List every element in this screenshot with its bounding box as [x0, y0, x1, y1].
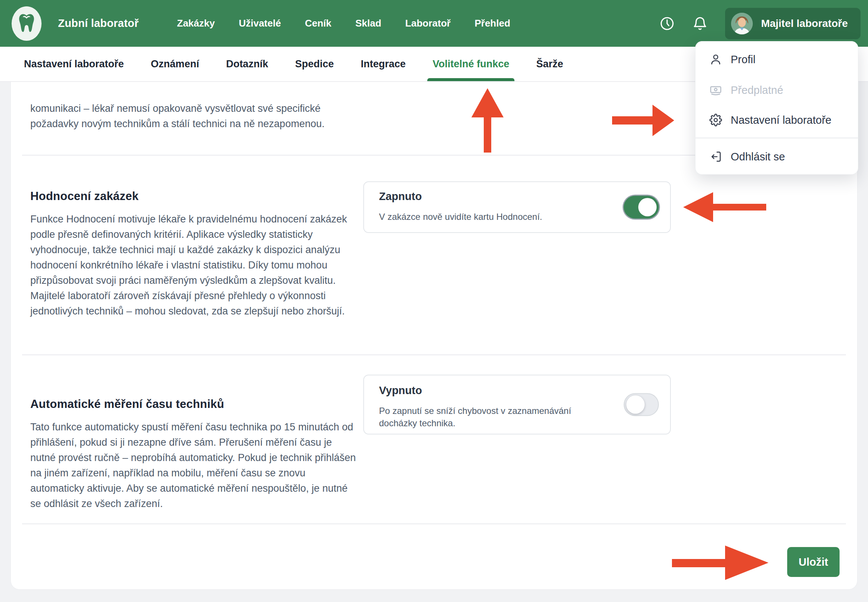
mereni-casu-toggle-off[interactable] — [624, 393, 659, 416]
feature-card-mereni-casu: Vypnuto Po zapnutí se sníží chybovost v … — [363, 375, 671, 435]
avatar — [731, 13, 753, 34]
menu-item-label: Odhlásit se — [731, 150, 785, 163]
nav-cenik[interactable]: Ceník — [305, 18, 331, 29]
tooth-logo[interactable] — [12, 6, 42, 41]
banknote-icon — [709, 83, 722, 97]
menu-item-label: Nastavení laboratoře — [731, 114, 831, 126]
user-menu-button[interactable]: Majitel laboratoře — [725, 8, 860, 39]
feature-state-label: Zapnuto — [379, 190, 422, 203]
logout-icon — [709, 150, 722, 163]
user-dropdown-menu: Profil Předplatné Nastavení laboratoře — [695, 41, 858, 175]
feature-card-hodnoceni: Zapnuto V zakázce nově uvidíte kartu Hod… — [363, 181, 671, 233]
user-icon — [709, 53, 722, 66]
menu-item-nastaveni-laboratore[interactable]: Nastavení laboratoře — [696, 109, 858, 131]
page: Zubní laboratoř Zakázky Uživatelé Ceník … — [0, 0, 868, 602]
tab-volitelne-funkce[interactable]: Volitelné funkce — [432, 47, 509, 81]
toggle-knob — [638, 198, 657, 217]
section-desc-automaticke-mereni: Tato funkce automaticky spustí měření ča… — [30, 419, 360, 511]
brand-title: Zubní laboratoř — [58, 0, 139, 47]
menu-item-profil[interactable]: Profil — [696, 49, 858, 70]
bell-icon[interactable] — [692, 16, 708, 31]
section-title-automaticke-mereni: Automatické měření času techniků — [30, 398, 224, 411]
tab-oznameni[interactable]: Oznámení — [151, 47, 199, 81]
header-right: Majitel laboratoře — [659, 0, 860, 47]
tab-spedice[interactable]: Spedice — [295, 47, 334, 81]
menu-item-label: Předplatné — [731, 84, 783, 97]
toggle-knob — [626, 396, 645, 414]
section-divider — [22, 355, 846, 355]
feature-state-label: Vypnuto — [379, 384, 422, 397]
tab-sarze[interactable]: Šarže — [536, 47, 563, 81]
section-title-hodnoceni-zakazek: Hodnocení zakázek — [30, 190, 139, 203]
app-header: Zubní laboratoř Zakázky Uživatelé Ceník … — [0, 0, 868, 47]
footer-divider — [22, 524, 846, 524]
menu-item-predplatne[interactable]: Předplatné — [696, 80, 858, 101]
main-nav: Zakázky Uživatelé Ceník Sklad Laboratoř … — [177, 0, 510, 47]
intro-paragraph: komunikaci – lékař nemusí opakovaně vysv… — [30, 101, 360, 132]
section-desc-hodnoceni-zakazek: Funkce Hodnocení motivuje lékaře k pravi… — [30, 212, 360, 319]
save-button[interactable]: Uložit — [787, 547, 840, 577]
nav-uzivatele[interactable]: Uživatelé — [239, 18, 281, 29]
menu-divider — [696, 138, 858, 138]
nav-zakazky[interactable]: Zakázky — [177, 18, 215, 29]
hodnoceni-toggle-on[interactable] — [624, 196, 659, 219]
nav-prehled[interactable]: Přehled — [474, 18, 510, 29]
clock-icon[interactable] — [659, 16, 675, 31]
feature-state-hint: Po zapnutí se sníží chybovost v zaznamen… — [379, 405, 611, 429]
user-role-label: Majitel laboratoře — [761, 18, 848, 29]
feature-state-hint: V zakázce nově uvidíte kartu Hodnocení. — [379, 210, 542, 223]
menu-item-odhlasit-se[interactable]: Odhlásit se — [696, 146, 858, 167]
menu-item-label: Profil — [731, 54, 756, 66]
tab-dotaznik[interactable]: Dotazník — [226, 47, 268, 81]
tooth-icon — [17, 12, 36, 35]
tab-nastaveni-laboratore[interactable]: Nastavení laboratoře — [24, 47, 124, 81]
tab-integrace[interactable]: Integrace — [361, 47, 406, 81]
nav-sklad[interactable]: Sklad — [356, 18, 381, 29]
gear-icon — [709, 113, 722, 127]
nav-laborator[interactable]: Laboratoř — [405, 18, 451, 29]
